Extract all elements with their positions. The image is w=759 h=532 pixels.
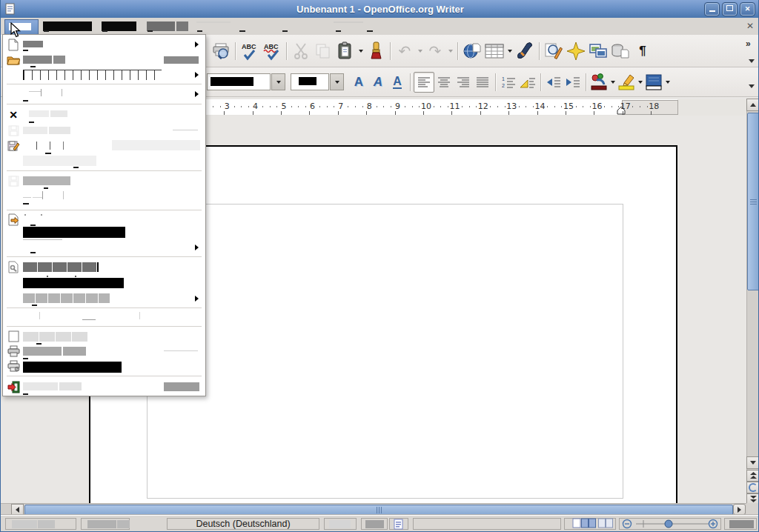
menu-file[interactable]: [4, 19, 39, 35]
scroll-up-icon[interactable]: [746, 99, 759, 111]
underline-button[interactable]: A: [388, 73, 407, 92]
status-page-field[interactable]: [5, 518, 76, 530]
restore-button[interactable]: [722, 2, 738, 16]
undo-button-dropdown-icon[interactable]: [416, 41, 424, 61]
data-sources-button[interactable]: [609, 40, 632, 62]
title-bar[interactable]: Unbenannt 1 - OpenOffice.org Writer ✕: [1, 0, 759, 18]
scroll-right-icon[interactable]: [733, 504, 746, 515]
numbered-list-button[interactable]: 12: [499, 73, 518, 92]
highlighting-button[interactable]: [617, 73, 636, 92]
menu-item-save-as[interactable]: [4, 139, 203, 154]
status-modified-field[interactable]: [389, 518, 408, 530]
format-paintbrush-button[interactable]: [365, 40, 387, 62]
vertical-scrollbar-thumb[interactable]: [747, 113, 759, 290]
nonprinting-characters-button[interactable]: ¶: [632, 40, 654, 62]
hyperlink-button[interactable]: [461, 40, 483, 62]
status-view-layout-field[interactable]: [564, 518, 616, 530]
spellcheck-button[interactable]: ABC: [239, 40, 261, 62]
increase-indent-button[interactable]: [563, 73, 583, 92]
autospellcheck-button[interactable]: ABC: [261, 40, 283, 62]
draw-functions-button[interactable]: [514, 40, 536, 62]
menu-item-save-all[interactable]: [4, 174, 203, 189]
view-two-pages-button[interactable]: [581, 519, 596, 529]
menu-item-open[interactable]: [4, 53, 203, 67]
menu-item-properties[interactable]: [4, 260, 203, 275]
menu-item-reload-accel: [23, 203, 29, 205]
paste-button[interactable]: [334, 40, 357, 62]
menu-item-digital-signatures[interactable]: [4, 276, 203, 290]
menu-item-web-preview[interactable]: [4, 310, 203, 324]
status-pagestyle-field[interactable]: [81, 518, 130, 530]
font-name-combo-dropdown-icon[interactable]: [271, 73, 285, 90]
menu-item-reload[interactable]: [4, 190, 203, 205]
status-info-field[interactable]: [413, 518, 561, 530]
toolbar-overflow-button[interactable]: »: [746, 39, 751, 49]
horizontal-scrollbar-thumb[interactable]: [24, 505, 733, 516]
status-zoom-slider-field[interactable]: [619, 518, 721, 530]
scroll-left-icon[interactable]: [11, 504, 24, 515]
status-insert-mode-field[interactable]: [324, 518, 357, 530]
navigator-button[interactable]: [565, 40, 587, 62]
redo-button-dropdown-icon[interactable]: [446, 41, 454, 61]
paste-button-dropdown-icon[interactable]: [357, 41, 365, 61]
menu-item-templates[interactable]: [4, 291, 203, 306]
menu-item-recent-documents[interactable]: [4, 67, 203, 82]
undo-button[interactable]: ↶: [394, 40, 416, 62]
document-close-icon[interactable]: ✕: [746, 21, 754, 31]
previous-page-icon[interactable]: [746, 470, 759, 482]
align-right-button[interactable]: [454, 73, 473, 92]
menu-item-print[interactable]: [4, 345, 203, 359]
italic-button[interactable]: A: [368, 73, 388, 92]
highlighting-button-dropdown-icon[interactable]: [636, 73, 644, 92]
menu-item-export-pdf[interactable]: [4, 225, 203, 240]
menu-format[interactable]: [196, 21, 231, 23]
find-replace-button[interactable]: [543, 40, 565, 62]
svg-text:ABC: ABC: [264, 43, 279, 50]
status-selection-mode-field[interactable]: [361, 518, 388, 530]
font-color-button[interactable]: [589, 73, 609, 92]
justify-button[interactable]: [473, 73, 492, 92]
menu-item-close[interactable]: ✕: [4, 108, 203, 123]
navigation-icon[interactable]: [746, 482, 759, 493]
page-preview-button[interactable]: [210, 40, 232, 62]
menu-item-page-preview[interactable]: [4, 330, 203, 345]
menu-item-save[interactable]: [4, 124, 203, 139]
menu-item-exit[interactable]: [4, 380, 203, 395]
cut-button[interactable]: [290, 40, 312, 62]
menu-item-new[interactable]: [4, 38, 203, 51]
minimize-button[interactable]: [704, 2, 720, 16]
font-name-combo[interactable]: [207, 73, 271, 90]
view-book-button[interactable]: [598, 519, 613, 529]
menu-item-save-as-shortcut[interactable]: [4, 155, 203, 168]
close-button[interactable]: ✕: [740, 2, 755, 16]
status-language-field[interactable]: Deutsch (Deutschland): [167, 518, 319, 530]
bold-button[interactable]: A: [349, 73, 368, 92]
bullet-list-button[interactable]: [518, 73, 537, 92]
toolbar-options-icon[interactable]: [749, 59, 755, 63]
font-color-button-dropdown-icon[interactable]: [609, 73, 617, 92]
background-color-button-dropdown-icon[interactable]: [663, 73, 672, 92]
ruler-number: 15: [563, 102, 574, 111]
menu-window[interactable]: [334, 21, 363, 23]
gallery-button[interactable]: [587, 40, 609, 62]
redo-button[interactable]: ↷: [424, 40, 446, 62]
status-zoom-percent-field[interactable]: [724, 518, 757, 530]
align-left-button[interactable]: [414, 72, 434, 93]
menu-item-printer-settings[interactable]: [4, 359, 203, 374]
scroll-down-icon[interactable]: [746, 456, 759, 469]
table-button-dropdown-icon[interactable]: [506, 41, 514, 61]
menu-item-export[interactable]: [4, 213, 203, 226]
copy-button[interactable]: [312, 40, 334, 62]
formatting-options-icon[interactable]: [749, 84, 755, 88]
ruler-dot: [533, 106, 534, 107]
table-button[interactable]: [483, 40, 506, 62]
menu-item-wizards[interactable]: [4, 87, 203, 102]
menu-insert-2[interactable]: [176, 21, 188, 31]
font-size-combo[interactable]: [291, 73, 329, 90]
background-color-button[interactable]: [644, 73, 663, 92]
menu-item-send[interactable]: [4, 242, 203, 253]
align-center-button[interactable]: [434, 73, 454, 92]
font-size-combo-dropdown-icon[interactable]: [330, 73, 344, 90]
decrease-indent-button[interactable]: [544, 73, 563, 92]
menu-edit[interactable]: [43, 21, 92, 31]
